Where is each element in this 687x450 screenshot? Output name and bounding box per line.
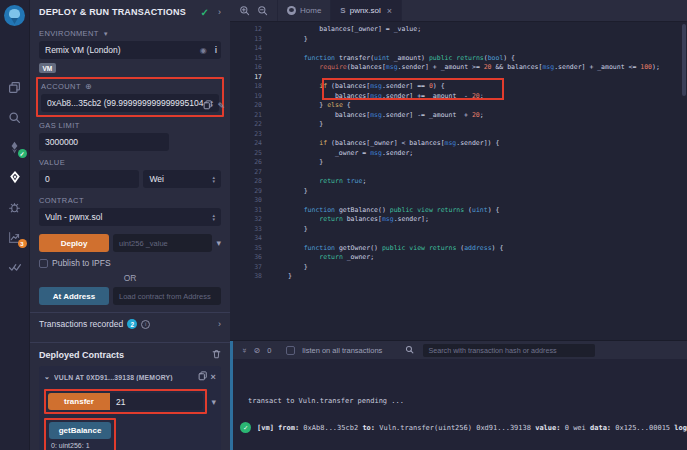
- home-logo-icon: [287, 6, 296, 15]
- code-row[interactable]: 29 }: [230, 187, 687, 197]
- tab-home[interactable]: Home: [277, 0, 330, 21]
- deployed-contract-name: VULN AT 0XD91...39138 (MEMORY): [54, 374, 193, 381]
- zoom-in-icon[interactable]: [239, 2, 250, 20]
- line-number: 12: [230, 25, 270, 35]
- expand-transfer-icon[interactable]: ▾: [211, 397, 216, 407]
- compiler-success-badge: ✓: [18, 149, 27, 158]
- code-row[interactable]: 22 }: [230, 120, 687, 130]
- getbalance-button[interactable]: getBalance: [49, 422, 111, 439]
- code-row[interactable]: 21 balances[msg.sender] -= _amount + 20;: [230, 111, 687, 121]
- publish-ipfs-checkbox[interactable]: [39, 259, 48, 268]
- debugger-icon[interactable]: [0, 192, 30, 222]
- code-row[interactable]: 25 _owner = msg.sender;: [230, 149, 687, 159]
- code-row[interactable]: 23: [230, 130, 687, 140]
- code-row[interactable]: 32 return balances[msg.sender];: [230, 215, 687, 225]
- funnel-icon[interactable]: ▼: [103, 31, 109, 37]
- code-row[interactable]: 36 return _owner;: [230, 253, 687, 263]
- unit-testing-icon[interactable]: [0, 252, 30, 282]
- tab-pwnx-sol[interactable]: S pwnx.sol ×: [330, 0, 402, 21]
- code-row[interactable]: 20 } else {: [230, 101, 687, 111]
- contract-value: Vuln - pwnx.sol: [45, 212, 209, 222]
- code-row[interactable]: 19 balances[msg.sender] += _amount - 20;: [230, 92, 687, 102]
- code-row[interactable]: 38}: [230, 272, 687, 282]
- edit-account-icon[interactable]: ✎: [217, 101, 225, 111]
- deploy-run-icon[interactable]: [0, 162, 30, 192]
- listen-all-checkbox[interactable]: [286, 346, 295, 355]
- expand-deploy-icon[interactable]: ▾: [216, 238, 221, 248]
- code-row[interactable]: 17: [230, 73, 687, 83]
- code-row[interactable]: 15 function transfer(uint _amount) publi…: [230, 54, 687, 64]
- code-editor[interactable]: 12 balances[_owner] = _value;13 }1415 fu…: [230, 22, 687, 340]
- transaction-result-row[interactable]: ✓ [vm] from: 0xAb8...35cb2 to: Vuln.tran…: [240, 424, 677, 433]
- clear-console-icon[interactable]: ⊘: [253, 346, 260, 355]
- transactions-recorded-label: Transactions recorded: [39, 319, 123, 329]
- terminal-log[interactable]: transact to Vuln.transfer pending ... ✓ …: [230, 359, 687, 437]
- search-icon[interactable]: [0, 102, 30, 132]
- line-number: 20: [230, 101, 270, 111]
- line-number: 36: [230, 253, 270, 263]
- contract-select[interactable]: Vuln - pwnx.sol ▴▾: [39, 208, 221, 226]
- code-lines: 12 balances[_owner] = _value;13 }1415 fu…: [230, 25, 687, 282]
- collapse-contract-icon[interactable]: ⌄: [44, 373, 50, 381]
- line-number: 15: [230, 54, 270, 64]
- code-row[interactable]: 34: [230, 234, 687, 244]
- code-row[interactable]: 12 balances[_owner] = _value;: [230, 25, 687, 35]
- transactions-info-icon[interactable]: i: [141, 320, 150, 329]
- trash-icon[interactable]: [212, 349, 221, 361]
- expand-transactions-icon[interactable]: ›: [218, 319, 221, 329]
- value-unit: Wei: [149, 174, 209, 184]
- code-row[interactable]: 14: [230, 44, 687, 54]
- transfer-arg-input[interactable]: 21: [110, 393, 203, 410]
- plus-circle-icon[interactable]: ⊕: [85, 82, 92, 91]
- deploy-value-input[interactable]: uint256 _value: [113, 234, 212, 252]
- file-explorer-icon[interactable]: [0, 72, 30, 102]
- deploy-button[interactable]: Deploy: [39, 234, 109, 252]
- editor-scrollbar[interactable]: [682, 24, 686, 96]
- code-text: return _owner;: [270, 253, 374, 263]
- deployed-contracts-title: Deployed Contracts: [39, 350, 212, 360]
- code-row[interactable]: 28 return true;: [230, 177, 687, 187]
- copy-contract-address-icon[interactable]: [198, 371, 207, 383]
- code-row[interactable]: 27: [230, 168, 687, 178]
- code-row[interactable]: 31 function getBalance() public view ret…: [230, 206, 687, 216]
- copy-account-icon[interactable]: [203, 100, 212, 112]
- code-row[interactable]: 16 require(balances[msg.sender] + _amoun…: [230, 63, 687, 73]
- code-row[interactable]: 24 if (balances[_owner] < balances[msg.s…: [230, 139, 687, 149]
- code-text: [270, 168, 288, 178]
- transfer-button[interactable]: transfer: [48, 393, 110, 410]
- solidity-compiler-icon[interactable]: ✓: [0, 132, 30, 162]
- code-row[interactable]: 33 }: [230, 225, 687, 235]
- code-text: }: [270, 225, 308, 235]
- unit-stepper-icon: ▴▾: [212, 175, 215, 183]
- line-number: 21: [230, 111, 270, 121]
- analysis-icon[interactable]: 3: [0, 222, 30, 252]
- terminal-search-input[interactable]: Search with transaction hash or address: [423, 344, 595, 357]
- value-input[interactable]: 0: [39, 170, 139, 188]
- code-row[interactable]: 30: [230, 196, 687, 206]
- zoom-out-icon[interactable]: [257, 2, 268, 20]
- code-row[interactable]: 26 }: [230, 158, 687, 168]
- deployed-contract-card: ⌄ VULN AT 0XD91...39138 (MEMORY) × trans…: [39, 366, 221, 450]
- remove-contract-icon[interactable]: ×: [211, 372, 216, 382]
- close-tab-icon[interactable]: ×: [387, 6, 392, 16]
- environment-info-icon[interactable]: i: [215, 45, 217, 55]
- code-text: _owner = msg.sender;: [270, 149, 413, 159]
- line-number: 35: [230, 244, 270, 254]
- code-text: if (balances[msg.sender] == 0) {: [270, 82, 445, 92]
- toggle-terminal-icon[interactable]: »: [240, 348, 249, 352]
- line-number: 13: [230, 35, 270, 45]
- code-row[interactable]: 37 }: [230, 263, 687, 273]
- code-row[interactable]: 18 if (balances[msg.sender] == 0) {: [230, 82, 687, 92]
- environment-select[interactable]: Remix VM (London) ◉ i: [39, 41, 221, 59]
- solidity-file-icon: S: [340, 6, 345, 15]
- collapse-panel-icon[interactable]: ›: [218, 7, 221, 17]
- terminal-bar: » ⊘ 0 listen on all transactions Search …: [230, 341, 687, 359]
- transactions-recorded-row[interactable]: Transactions recorded 2 i ›: [39, 313, 221, 335]
- value-unit-select[interactable]: Wei ▴▾: [143, 170, 221, 188]
- tab-file-label: pwnx.sol: [350, 6, 381, 15]
- code-row[interactable]: 13 }: [230, 35, 687, 45]
- code-row[interactable]: 35 function getOwner() public view retur…: [230, 244, 687, 254]
- at-address-button[interactable]: At Address: [39, 287, 109, 305]
- at-address-input[interactable]: Load contract from Address: [113, 287, 221, 305]
- gas-limit-input[interactable]: 3000000: [39, 133, 169, 151]
